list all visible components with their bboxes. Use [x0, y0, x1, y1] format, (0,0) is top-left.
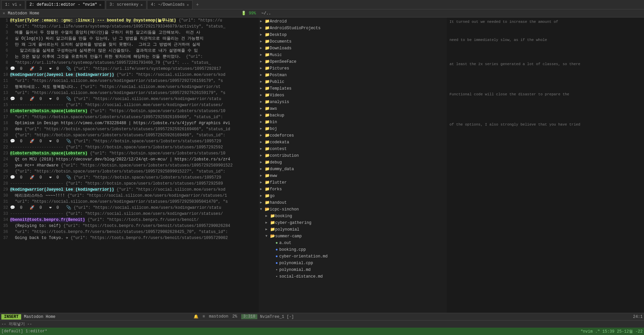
tree-label: summer-camp — [275, 233, 302, 239]
tree-label: go — [270, 193, 274, 199]
tree-item-cyber-orientation-md[interactable]: ● cyber-orientation.md — [259, 253, 447, 260]
tree-item-downloads[interactable]: ▶ 📁 Downloads — [259, 45, 447, 52]
tab-3[interactable]: 3: screenkey ✕ — [106, 0, 146, 9]
tree-item-social-distance-md[interactable]: ▪ social-distance.md — [259, 273, 447, 280]
tree-col-position: 24:1 — [633, 315, 643, 319]
tree-item-contest[interactable]: ▶ 📁 contest — [259, 146, 447, 152]
tree-arrow: ▶ — [260, 45, 265, 51]
tree-item-icpc-sinchon[interactable]: ▼ 📂 icpc-sinchon — [259, 206, 447, 213]
tree-item-forks[interactable]: ▶ 📁 forks — [259, 186, 447, 193]
battery-indicator: 🔋 99% — [241, 11, 256, 16]
tree-item-videos[interactable]: ▶ 📁 Videos — [259, 92, 447, 99]
tree-item-analysis[interactable]: ▶ 📁 analysis — [259, 99, 447, 105]
tree-item-postman[interactable]: ▶ 📁 Postman — [259, 72, 447, 79]
tree-label: cyber-gathering — [275, 220, 311, 226]
tree-item-boj[interactable]: ▶ 📁 boj — [259, 126, 447, 132]
window-close-icon[interactable]: ✕ — [3, 11, 5, 16]
tree-arrow: ▶ — [260, 180, 265, 186]
folder-icon: 📁 — [265, 153, 270, 159]
editor-line-19: 19 deo {"url": "https://botsin.space/use… — [0, 126, 259, 132]
tree-item-dummy-data[interactable]: ▶ 📁 dummy_data — [259, 166, 447, 173]
korean-mode-label: -- 끼워넣기 -- — [1, 321, 32, 327]
tree-item-flutter[interactable]: ▶ 📁 flutter — [259, 179, 447, 186]
tree-item-bin[interactable]: ▶ 📁 bin — [259, 119, 447, 126]
mode-indicator: INSERT — [1, 314, 21, 320]
tree-item-androidstudio[interactable]: ▶ 📁 AndroidStudioProjects — [259, 25, 447, 32]
tree-label: codeforces — [270, 133, 294, 139]
editor-line-25: 25 ywu #c++ #hardware {"url": "https://b… — [0, 162, 259, 169]
folder-icon: 📁 — [265, 106, 270, 112]
tree-item-music[interactable]: ▶ 📁 Music — [259, 52, 447, 58]
tree-arrow: ▶ — [260, 92, 265, 98]
tree-item-polynomial-cpp[interactable]: ● polynomial.cpp — [259, 260, 447, 267]
tree-item-go[interactable]: ▶ 📁 go — [259, 193, 447, 199]
folder-icon: 📁 — [265, 65, 270, 71]
tab-2-close[interactable]: ✕ — [99, 3, 101, 7]
tree-arrow: ▶ — [260, 139, 265, 145]
tree-arrow: ▶ — [260, 133, 265, 139]
tab-2[interactable]: 2: default:1:editor - "nvim" ✕ — [26, 0, 105, 9]
tree-item-polynomial-md[interactable]: ▪ polynomial.md — [259, 267, 447, 273]
tree-item-templates[interactable]: ▶ 📁 Templates — [259, 85, 447, 92]
file-cpp-icon: ● — [275, 247, 278, 253]
tree-item-aws[interactable]: ▶ 📁 aws — [259, 105, 447, 112]
tree-item-pictures[interactable]: ▶ 📁 Pictures — [259, 65, 447, 72]
tree-item-backup[interactable]: ▶ 📁 backup — [259, 112, 447, 119]
tree-label: Postman — [270, 72, 287, 78]
folder-icon: 📁 — [265, 112, 270, 118]
tree-item-a-out[interactable]: ● a.out — [259, 240, 447, 246]
tree-label: Templates — [270, 86, 292, 92]
tree-label: eww — [270, 173, 277, 179]
mastodon-label: mastodon — [209, 314, 228, 319]
tree-item-contribution[interactable]: ▶ 📁 contribution — [259, 152, 447, 159]
tree-item-booking-cpp[interactable]: ● booking.cpp — [259, 246, 447, 253]
tree-label: cyber-orientation.md — [279, 253, 328, 259]
folder-icon: 📁 — [265, 39, 270, 45]
tree-arrow: ▶ — [260, 39, 265, 45]
new-tab-button[interactable]: + — [193, 1, 201, 9]
folder-icon: 📁 — [265, 18, 270, 25]
tree-item-openseeface[interactable]: ▶ 📁 OpenSeeFace — [259, 58, 447, 65]
tree-arrow-open: ▼ — [260, 206, 265, 212]
tree-item-summer-camp[interactable]: ▼ 📂 summer-camp — [259, 233, 447, 240]
editor-line-10: 10 @kodingwarrior(Jaeyeol Lee (kodingwar… — [0, 72, 259, 78]
tab-4-close[interactable]: ✕ — [187, 3, 189, 7]
folder-icon: 📁 — [265, 193, 270, 199]
editor-line-32: 32 💬 0 🚀 0 ❤️ 0 📎 {"url": "https://socia… — [0, 205, 259, 211]
folder-icon: 📁 — [265, 79, 270, 85]
tree-item-polynomial[interactable]: ▶ 📁 polynomial — [259, 226, 447, 233]
tree-item-cyber-gathering[interactable]: ▶ 📁 cyber-gathering — [259, 220, 447, 226]
tab-1[interactable]: 1: vi ✕ — [1, 0, 25, 9]
file-cpp-icon: ● — [275, 260, 278, 266]
commentary-line-2 — [449, 25, 641, 37]
tree-item-debug[interactable]: ▶ 📁 debug — [259, 159, 447, 166]
folder-open-icon: 📂 — [270, 233, 275, 239]
tree-item-booking[interactable]: ▶ 📁 booking — [259, 213, 447, 220]
tree-item-handout[interactable]: ▶ 📁 handout — [259, 199, 447, 206]
file-cpp-icon: ● — [275, 253, 278, 259]
folder-open-icon: 📂 — [265, 206, 270, 212]
tab-3-close[interactable]: ✕ — [140, 3, 143, 7]
tab-4[interactable]: 4: ~/Downloads ✕ — [147, 0, 192, 9]
file-tree[interactable]: ▶ 📁 Android ▶ 📁 AndroidStudioProjects ▶ … — [259, 17, 447, 313]
editor-content[interactable]: 1 @tylor(Tylor :emacs: :gnu: :linux:) --… — [0, 17, 259, 313]
tree-label: Documents — [270, 39, 292, 45]
tree-arrow-open: ▼ — [265, 233, 270, 239]
tree-item-codekata[interactable]: ▶ 📁 codekata — [259, 139, 447, 146]
folder-icon: 📁 — [270, 213, 275, 219]
tree-arrow: ▶ — [260, 52, 265, 58]
file-md-icon: ▪ — [275, 274, 278, 280]
editor-line-7: 7 는 것은 발상 이후에 그것을 유효하게 만들기 위한 뒷처리에 해당하는 … — [0, 54, 259, 60]
file-out-icon: ● — [275, 240, 278, 246]
folder-icon: 📁 — [265, 146, 270, 152]
tree-item-eww[interactable]: ▶ 📁 eww — [259, 173, 447, 179]
tree-item-desktop[interactable]: ▶ 📁 Desktop — [259, 32, 447, 38]
tab-1-close[interactable]: ✕ — [19, 3, 22, 7]
folder-icon: 📁 — [265, 159, 270, 165]
tree-item-public[interactable]: ▶ 📁 Public — [259, 79, 447, 85]
tree-item-codeforces[interactable]: ▶ 📁 codeforces — [259, 132, 447, 139]
tree-item-android[interactable]: ▶ 📁 Android — [259, 18, 447, 25]
tree-item-documents[interactable]: ▶ 📁 Documents — [259, 38, 447, 45]
folder-icon: 📁 — [265, 25, 270, 31]
editor-line-13: 13 "url": "https://social.silicon.moe/us… — [0, 90, 259, 96]
